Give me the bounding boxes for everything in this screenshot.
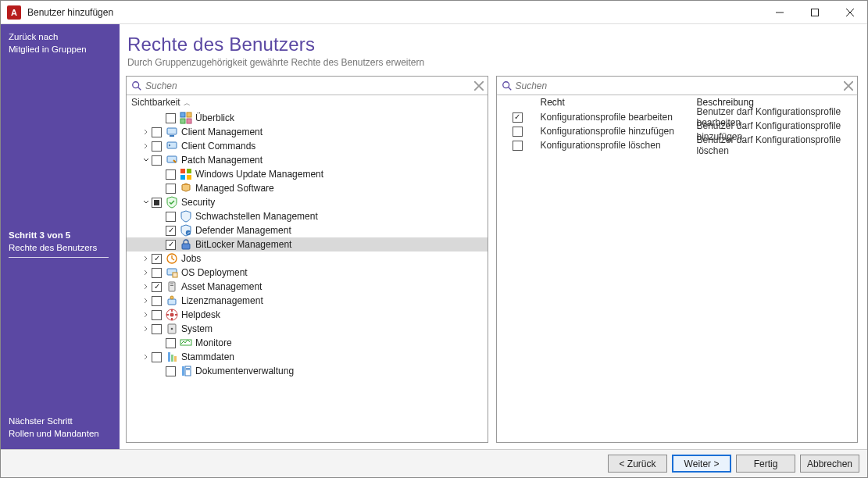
checkbox[interactable] bbox=[152, 254, 162, 264]
expand-icon[interactable] bbox=[141, 139, 152, 153]
tree-row[interactable]: Client Management bbox=[127, 125, 488, 139]
right-name: Konfigurationsprofile löschen bbox=[541, 140, 697, 151]
rights-row[interactable]: Konfigurationsprofile löschenBenutzer da… bbox=[497, 138, 858, 152]
tree-row[interactable]: Patch Management bbox=[127, 153, 488, 167]
client-mgmt-icon bbox=[166, 126, 178, 138]
tree-row[interactable]: Schwachstellen Management bbox=[127, 209, 488, 223]
finish-button[interactable]: Fertig bbox=[736, 455, 795, 473]
left-search-input[interactable] bbox=[142, 79, 472, 93]
tree-row[interactable]: Dokumentenverwaltung bbox=[127, 364, 488, 378]
expand-icon[interactable] bbox=[141, 251, 152, 266]
sidebar-current-step: Schritt 3 von 5 Rechte des Benutzers bbox=[9, 229, 109, 258]
tree-item-label: Security bbox=[181, 197, 215, 208]
checkbox[interactable] bbox=[152, 282, 162, 292]
checkbox[interactable] bbox=[152, 296, 162, 306]
tree-row[interactable]: Asset Management bbox=[127, 280, 488, 294]
expand-icon[interactable] bbox=[141, 280, 152, 294]
right-search-input[interactable] bbox=[513, 79, 842, 93]
tree-row[interactable]: Defender Management bbox=[127, 223, 488, 237]
svg-rect-32 bbox=[182, 366, 184, 376]
svg-point-36 bbox=[502, 81, 509, 87]
checkbox[interactable] bbox=[152, 155, 162, 166]
checkbox[interactable] bbox=[166, 338, 176, 348]
expand-icon bbox=[155, 111, 166, 125]
checkbox[interactable] bbox=[513, 127, 523, 137]
tree-row[interactable]: Helpdesk bbox=[127, 308, 488, 322]
svg-rect-11 bbox=[187, 169, 191, 173]
tree-row[interactable]: Security bbox=[127, 195, 488, 209]
sidebar-next-step[interactable]: Nächster Schritt Rollen und Mandanten bbox=[9, 415, 112, 440]
vuln-icon bbox=[180, 210, 192, 223]
checkbox[interactable] bbox=[152, 310, 162, 320]
right-search bbox=[497, 77, 858, 95]
checkbox[interactable] bbox=[513, 112, 523, 123]
tree-row[interactable]: Client Commands bbox=[127, 139, 488, 153]
checkbox[interactable] bbox=[166, 184, 176, 194]
expand-icon[interactable] bbox=[141, 322, 152, 336]
expand-icon[interactable] bbox=[141, 125, 152, 139]
checkbox[interactable] bbox=[166, 240, 176, 250]
svg-rect-20 bbox=[170, 284, 173, 284]
svg-rect-8 bbox=[167, 142, 177, 148]
maximize-button[interactable] bbox=[797, 1, 832, 24]
sidebar-back-step[interactable]: Zurück nach Mitglied in Gruppen bbox=[9, 30, 112, 55]
checkbox[interactable] bbox=[166, 212, 176, 222]
right-name: Konfigurationsprofile bearbeiten bbox=[541, 112, 697, 123]
clear-icon[interactable] bbox=[472, 79, 486, 93]
checkbox[interactable] bbox=[166, 366, 176, 376]
back-button[interactable]: < Zurück bbox=[608, 455, 667, 473]
helpdesk-icon bbox=[166, 309, 178, 321]
tree-row[interactable]: System bbox=[127, 322, 488, 336]
expand-icon[interactable] bbox=[141, 350, 152, 364]
col-right[interactable]: Recht bbox=[541, 97, 697, 108]
expand-icon[interactable] bbox=[141, 308, 152, 322]
checkbox[interactable] bbox=[152, 141, 162, 152]
next-button[interactable]: Weiter > bbox=[672, 455, 731, 473]
tree-row[interactable]: Jobs bbox=[127, 251, 488, 266]
tree-row[interactable]: Lizenzmanagement bbox=[127, 294, 488, 308]
minimize-button[interactable] bbox=[762, 1, 797, 24]
checkbox[interactable] bbox=[166, 113, 176, 123]
tree-row[interactable]: Windows Update Management bbox=[127, 167, 488, 181]
tree-row[interactable]: Überblick bbox=[127, 111, 488, 125]
checkbox[interactable] bbox=[152, 324, 162, 334]
close-button[interactable] bbox=[832, 1, 867, 24]
tree-row[interactable]: BitLocker Management bbox=[127, 237, 488, 251]
tree-item-label: Lizenzmanagement bbox=[181, 295, 263, 306]
tree-row[interactable]: Managed Software bbox=[127, 181, 488, 195]
expand-icon bbox=[155, 336, 166, 350]
checkbox[interactable] bbox=[513, 141, 523, 151]
clear-icon[interactable] bbox=[841, 79, 855, 93]
win-update-icon bbox=[180, 168, 192, 180]
tree-row[interactable]: Monitore bbox=[127, 336, 488, 350]
tree-group-header[interactable]: Sichtbarkeit︿ bbox=[127, 95, 488, 110]
checkbox[interactable] bbox=[166, 226, 176, 236]
tree-item-label: Schwachstellen Management bbox=[195, 211, 318, 222]
svg-rect-5 bbox=[187, 119, 191, 123]
tree-row[interactable]: OS Deployment bbox=[127, 266, 488, 280]
checkbox[interactable] bbox=[152, 268, 162, 278]
expand-icon[interactable] bbox=[141, 294, 152, 308]
svg-point-25 bbox=[170, 313, 174, 317]
expand-icon[interactable] bbox=[141, 153, 152, 167]
search-icon bbox=[502, 80, 513, 91]
expand-icon[interactable] bbox=[141, 266, 152, 280]
expand-icon[interactable] bbox=[141, 195, 152, 209]
tree-item-label: BitLocker Management bbox=[195, 239, 291, 250]
checkbox[interactable] bbox=[166, 169, 176, 180]
rights-table-body: Konfigurationsprofile bearbeitenBenutzer… bbox=[497, 110, 858, 442]
wizard-footer: < Zurück Weiter > Fertig Abbrechen bbox=[1, 449, 867, 477]
checkbox[interactable] bbox=[152, 198, 162, 208]
tree-item-label: Client Commands bbox=[181, 141, 255, 152]
visibility-tree[interactable]: ÜberblickClient ManagementClient Command… bbox=[127, 110, 488, 442]
osdeploy-icon bbox=[166, 266, 178, 279]
checkbox[interactable] bbox=[152, 127, 162, 137]
svg-rect-34 bbox=[186, 368, 190, 369]
cancel-button[interactable]: Abbrechen bbox=[800, 455, 859, 473]
wizard-sidebar: Zurück nach Mitglied in Gruppen Schritt … bbox=[1, 24, 120, 449]
tree-row[interactable]: Stammdaten bbox=[127, 350, 488, 364]
checkbox[interactable] bbox=[152, 352, 162, 362]
bitlocker-icon bbox=[180, 238, 192, 251]
license-icon bbox=[166, 294, 178, 307]
app-icon: A bbox=[7, 5, 21, 20]
